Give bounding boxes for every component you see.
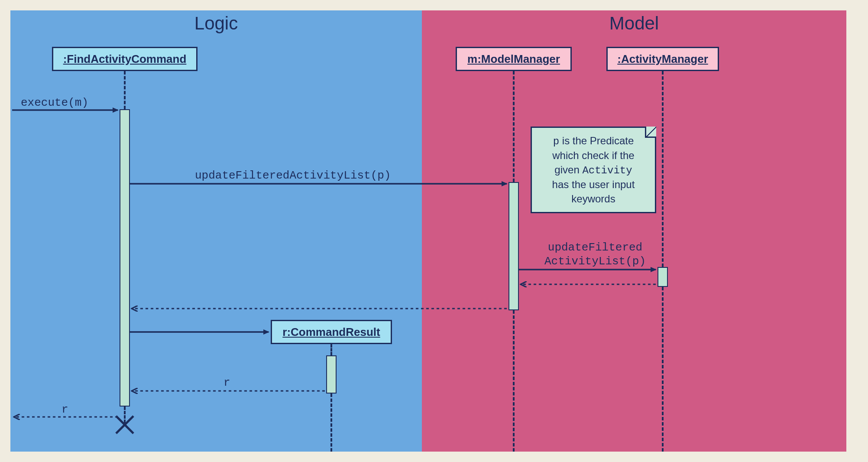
- msg-return-r2: r: [62, 403, 68, 416]
- lifeline-stem: [124, 71, 126, 109]
- activation-activity-manager: [657, 267, 668, 287]
- lifeline-activity-manager: :ActivityManager: [606, 47, 719, 71]
- lifeline-model-manager: m:ModelManager: [456, 47, 572, 71]
- region-model-title: Model: [422, 13, 846, 34]
- lifeline-find-activity-command: :FindActivityCommand: [52, 47, 198, 71]
- lifeline-stem: [513, 310, 515, 452]
- note-predicate: p is the Predicate which check if the gi…: [531, 127, 656, 213]
- activation-find-activity-command: [120, 109, 130, 407]
- region-model: Model: [422, 10, 846, 452]
- msg-update-filtered-activity-list: updateFilteredActivityList(p): [195, 169, 391, 182]
- lifeline-stem: [662, 287, 664, 452]
- region-logic: Logic: [10, 10, 422, 452]
- lifeline-stem: [662, 71, 664, 267]
- activation-command-result: [326, 355, 337, 394]
- destroy-icon: [114, 414, 135, 435]
- lifeline-command-result: r:CommandResult: [271, 320, 392, 344]
- msg-execute: execute(m): [21, 96, 88, 109]
- msg-update-filtered-line1: updateFiltered: [530, 241, 660, 254]
- sequence-diagram: Logic Model :FindActivityCommand r:Comma…: [0, 0, 868, 462]
- region-logic-title: Logic: [10, 13, 422, 34]
- lifeline-stem: [513, 71, 515, 182]
- note-fold-icon: [645, 127, 656, 138]
- lifeline-stem: [330, 394, 332, 452]
- msg-return-r: r: [223, 376, 230, 389]
- lifeline-stem: [330, 344, 332, 355]
- msg-update-filtered-line2: ActivityList(p): [530, 255, 660, 268]
- note-text: p is the Predicate which check if the gi…: [540, 134, 647, 206]
- activation-model-manager: [508, 182, 519, 310]
